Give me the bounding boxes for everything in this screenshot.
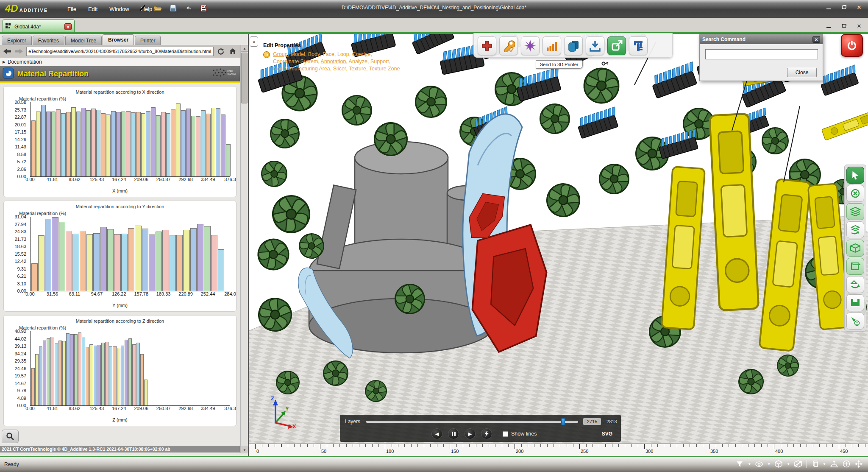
visibility-icon[interactable]: [755, 460, 763, 468]
scroll-down-icon[interactable]: ▼: [241, 447, 248, 453]
dialog-close-icon[interactable]: ✕: [812, 36, 820, 43]
model-canvas[interactable]: [249, 34, 868, 444]
slider-handle[interactable]: [561, 418, 565, 425]
statistics-button[interactable]: [542, 36, 561, 55]
y-tick-label: 31.04: [14, 214, 26, 219]
refresh-icon[interactable]: [216, 47, 225, 55]
url-input[interactable]: [26, 47, 214, 56]
search-command-input[interactable]: [705, 49, 818, 59]
send-to-printer-button[interactable]: [607, 36, 626, 55]
plane-flip-icon[interactable]: [830, 460, 838, 468]
open-folder-icon[interactable]: [153, 3, 162, 13]
restore-button[interactable]: [839, 3, 849, 11]
menu-window[interactable]: Window: [103, 4, 135, 14]
forward-icon[interactable]: [14, 47, 24, 55]
bar: [144, 380, 147, 405]
fast-play-button[interactable]: [481, 428, 492, 439]
close-button[interactable]: ✕: [854, 3, 864, 11]
tab-browser[interactable]: Browser: [103, 34, 134, 45]
report-icon[interactable]: [199, 3, 208, 13]
tab-explorer[interactable]: Explorer: [2, 36, 32, 45]
add-part-button[interactable]: [478, 36, 496, 55]
duplicate-button[interactable]: [564, 36, 583, 55]
y-tick-label: 27.94: [14, 222, 26, 227]
panel-scrollbar[interactable]: ▲ ▼: [240, 45, 248, 453]
triad-y-label: Y: [285, 405, 289, 412]
select-cursor-button[interactable]: [846, 167, 864, 184]
repair-button[interactable]: [499, 36, 518, 55]
rotate-part-button[interactable]: [846, 276, 864, 293]
current-layer-value[interactable]: 2715: [583, 418, 601, 425]
cycle-layers-button[interactable]: [846, 221, 864, 238]
star-icon: [524, 39, 537, 52]
tab-printer[interactable]: Printer: [135, 36, 161, 45]
svg-text:CORE: CORE: [227, 70, 233, 73]
tab-close-button[interactable]: x: [64, 23, 72, 30]
menu-edit[interactable]: Edit: [82, 4, 103, 14]
exit-power-button[interactable]: [841, 34, 863, 57]
pan-move-icon[interactable]: [854, 460, 863, 468]
minimize-button[interactable]: [824, 3, 833, 11]
child-restore-button[interactable]: [839, 22, 849, 30]
x-tick-label: 252.44: [201, 291, 215, 296]
undo-icon[interactable]: [184, 3, 193, 13]
platform-button[interactable]: [846, 294, 864, 311]
annotate-pen-button[interactable]: [846, 313, 864, 330]
bar: [221, 115, 225, 176]
box-section-button[interactable]: [846, 258, 864, 275]
measure-button[interactable]: [629, 36, 648, 55]
pause-button[interactable]: [448, 428, 459, 439]
save-icon[interactable]: [168, 3, 178, 13]
clipping-icon[interactable]: [794, 460, 802, 468]
center-view-icon[interactable]: [842, 460, 851, 468]
bar: [181, 110, 186, 176]
zoom-button[interactable]: [2, 430, 19, 443]
bar: [36, 112, 41, 176]
tab-model-tree[interactable]: Model Tree: [65, 36, 102, 45]
link-annotation[interactable]: Annotation: [321, 59, 346, 64]
y-tick-label: 44.02: [14, 336, 26, 341]
bar: [81, 108, 86, 176]
platform-caret-icon[interactable]: ▼: [823, 460, 826, 468]
dialog-close-button[interactable]: Close: [787, 68, 817, 77]
show-lines-checkbox[interactable]: [503, 431, 508, 437]
bar: [218, 249, 224, 291]
document-tab[interactable]: Global.4da* x: [3, 20, 75, 33]
scrollbar-thumb[interactable]: [241, 53, 248, 103]
pen-icon[interactable]: [138, 3, 147, 13]
render-mode-caret-icon[interactable]: ▼: [787, 460, 790, 468]
scroll-up-icon[interactable]: ▲: [241, 45, 248, 52]
child-close-button[interactable]: ✕: [854, 22, 864, 30]
analyze-button[interactable]: [521, 36, 540, 55]
x-tick-label: 125.43: [90, 177, 104, 182]
play-button[interactable]: ▶: [465, 428, 476, 439]
filter-icon[interactable]: [735, 460, 744, 468]
deselect-button[interactable]: [846, 185, 864, 202]
chart-title: Material repartition according to Y dire…: [4, 201, 236, 209]
collapse-panel-button[interactable]: «: [250, 36, 258, 47]
import-button[interactable]: [586, 36, 604, 55]
documentation-toggle[interactable]: ▶ Documentation: [0, 58, 240, 66]
horizontal-ruler: 050100150200250300350400450: [249, 444, 868, 456]
link-group[interactable]: Group: [273, 51, 288, 57]
back-icon[interactable]: [3, 47, 12, 55]
visibility-caret-icon[interactable]: ▼: [767, 460, 771, 468]
menu-file[interactable]: File: [61, 4, 82, 14]
previous-layer-button[interactable]: ◀: [431, 428, 442, 439]
ruler-label: 400: [775, 449, 783, 454]
filter-caret-icon[interactable]: ▼: [748, 460, 751, 468]
dialog-title-bar[interactable]: Search Command ✕: [700, 35, 823, 44]
platform-view-icon[interactable]: [810, 460, 819, 468]
child-minimize-button[interactable]: [824, 22, 833, 30]
bar: [190, 228, 197, 291]
home-icon[interactable]: [228, 47, 237, 55]
layers-icon: [850, 207, 861, 217]
tab-favorites[interactable]: Favorites: [33, 36, 64, 45]
layers-slider[interactable]: [366, 421, 578, 423]
show-layers-button[interactable]: [846, 203, 864, 220]
render-mode-icon[interactable]: [774, 460, 783, 468]
chart-ylabel: Material repartition (%): [19, 211, 236, 216]
show-box-button[interactable]: [846, 240, 864, 257]
plus-icon: [481, 39, 493, 52]
bar: [97, 345, 101, 405]
